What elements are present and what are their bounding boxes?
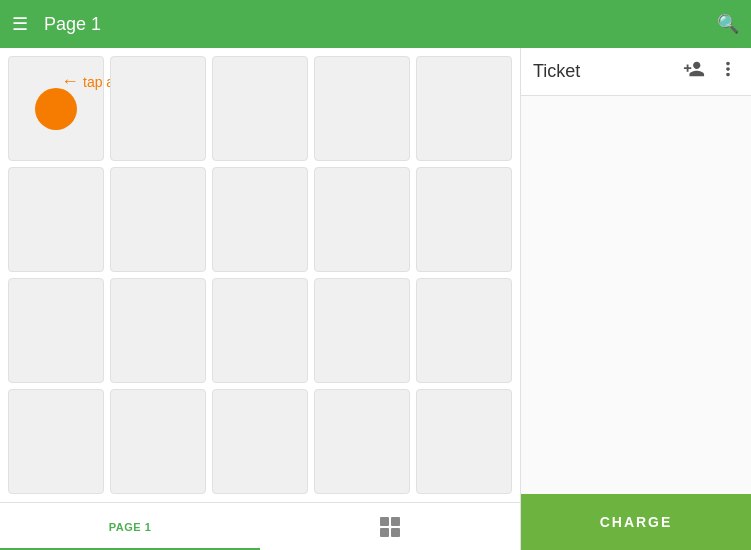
right-panel: Ticket CHARGE	[521, 48, 751, 550]
page-tab-label: PAGE 1	[109, 521, 152, 533]
search-icon[interactable]: 🔍	[717, 13, 739, 35]
grid-icon-cell-1	[380, 517, 389, 526]
grid-cell-4-5[interactable]	[416, 389, 512, 494]
grid-cell-1-3[interactable]	[212, 56, 308, 161]
grid-cell-1-1[interactable]: ← tap and hold	[8, 56, 104, 161]
add-person-icon[interactable]	[683, 58, 705, 85]
grid-cell-2-5[interactable]	[416, 167, 512, 272]
grid-cell-2-3[interactable]	[212, 167, 308, 272]
grid-cell-2-1[interactable]	[8, 167, 104, 272]
grid-cell-4-4[interactable]	[314, 389, 410, 494]
grid-cell-1-2[interactable]	[110, 56, 206, 161]
more-options-icon[interactable]	[717, 58, 739, 85]
hamburger-icon[interactable]: ☰	[12, 13, 28, 35]
grid-cell-4-1[interactable]	[8, 389, 104, 494]
grid-icon-cell-2	[391, 517, 400, 526]
grid-cell-3-4[interactable]	[314, 278, 410, 383]
page-title: Page 1	[44, 14, 101, 35]
grid-cell-2-4[interactable]	[314, 167, 410, 272]
grid-cell-4-3[interactable]	[212, 389, 308, 494]
grid-cell-1-4[interactable]	[314, 56, 410, 161]
top-bar-left: ☰ Page 1	[12, 13, 717, 35]
grid-cell-2-2[interactable]	[110, 167, 206, 272]
grid-icon-cell-4	[391, 528, 400, 537]
charge-button[interactable]: CHARGE	[521, 494, 751, 550]
grid-icon	[380, 517, 400, 537]
left-bottom-bar: PAGE 1	[0, 502, 520, 550]
main-layout: ← tap and hold	[0, 48, 751, 550]
ticket-title: Ticket	[533, 61, 683, 82]
grid-icon-cell-3	[380, 528, 389, 537]
grid-cell-3-3[interactable]	[212, 278, 308, 383]
left-panel: ← tap and hold	[0, 48, 521, 550]
grid-view-button[interactable]	[260, 517, 520, 537]
product-grid: ← tap and hold	[0, 48, 520, 502]
grid-cell-4-2[interactable]	[110, 389, 206, 494]
orange-circle	[35, 88, 77, 130]
ticket-content	[521, 96, 751, 494]
grid-cell-3-1[interactable]	[8, 278, 104, 383]
page-1-tab[interactable]: PAGE 1	[0, 503, 260, 550]
top-bar: ☰ Page 1 🔍	[0, 0, 751, 48]
right-top-bar: Ticket	[521, 48, 751, 96]
grid-cell-3-2[interactable]	[110, 278, 206, 383]
grid-cell-1-5[interactable]	[416, 56, 512, 161]
grid-cell-3-5[interactable]	[416, 278, 512, 383]
